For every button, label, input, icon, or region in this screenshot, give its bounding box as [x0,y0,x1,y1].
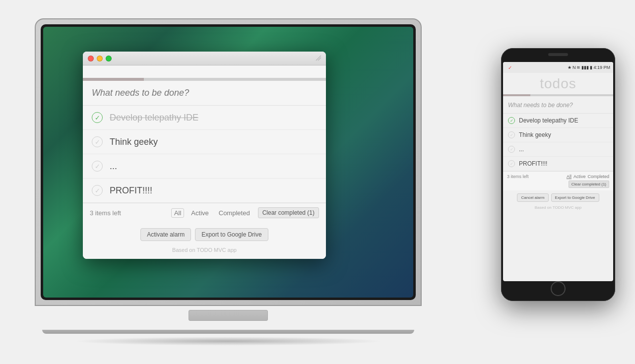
laptop-action-buttons: Activate alarm Export to Google Drive [83,222,326,245]
laptop-todo-text-1: Develop telepathy IDE [110,113,198,123]
phone-filter-all[interactable]: All [567,174,572,179]
laptop-alarm-button[interactable]: Activate alarm [140,228,191,241]
phone-items-left: 3 items left [507,174,529,179]
phone-status-battery: ▮ [590,65,592,70]
laptop-todo-text-4: PROFIT!!!! [110,185,152,196]
phone-status-check: ✓ [508,65,512,70]
phone-todo-item-1: ✓ Develop telepathy IDE [503,114,613,128]
laptop-filter-completed[interactable]: Completed [216,208,253,218]
laptop-check-2[interactable]: ✓ [92,136,103,147]
phone-export-button[interactable]: Export to Google Drive [551,193,599,202]
laptop-filters: All Active Completed [171,208,253,218]
laptop-todo-input[interactable] [92,88,317,98]
laptop-check-3[interactable]: ✓ [92,161,103,172]
resize-icon [315,55,322,61]
laptop-todo-item-4: ✓ PROFIT!!!! [83,179,326,203]
laptop-trackpad [189,310,268,321]
mac-titlebar [83,52,326,65]
laptop-items-left: 3 items left [90,209,166,217]
laptop-todo-item-2: ✓ Think geeky [83,130,326,154]
phone-app-title: todos [503,73,613,94]
laptop-shadow [73,337,383,346]
phone-credit: Based on TODO MVC app [503,204,613,211]
phone-footer: 3 items left All Active Completed Clear … [503,171,613,190]
scene: ✓ Develop telepathy IDE ✓ Think geeky ✓ … [20,8,615,356]
laptop-bezel: ✓ Develop telepathy IDE ✓ Think geeky ✓ … [41,24,416,300]
phone-status-bluetooth: ★ [568,65,572,70]
laptop-clear-completed[interactable]: Clear completed (1) [258,207,319,218]
minimize-button[interactable] [97,56,103,61]
laptop-credit: Based on TODO MVC app [83,245,326,259]
mac-window-content: ✓ Develop telepathy IDE ✓ Think geeky ✓ … [83,65,326,259]
phone-todo-text-4: PROFIT!!!! [519,160,547,167]
laptop-todo-item-1: ✓ Develop telepathy IDE [83,106,326,130]
phone-status-icons: ★ N ≋ ▮▮▮ ▮ 4:19 PM [568,65,610,70]
phone-alarm-button[interactable]: Cancel alarm [517,193,548,202]
phone-todo-item-4: ✓ PROFIT!!!! [503,157,613,171]
phone-clear-completed[interactable]: Clear completed (1) [569,181,609,188]
phone-home-button[interactable] [551,281,566,296]
phone-todo-text-2: Think geeky [519,131,551,138]
laptop-filter-all[interactable]: All [171,208,184,218]
close-button[interactable] [88,56,94,61]
laptop-body: ✓ Develop telepathy IDE ✓ Think geeky ✓ … [35,18,422,306]
phone-input-placeholder: What needs to be done? [508,102,573,109]
phone-footer-row1: 3 items left All Active Completed [507,174,609,179]
mac-window: ✓ Develop telepathy IDE ✓ Think geeky ✓ … [83,52,326,259]
laptop-todo-text-2: Think geeky [110,137,158,147]
phone-filters: All Active Completed [567,174,609,179]
phone-input-area[interactable]: What needs to be done? [503,96,613,114]
laptop-export-button[interactable]: Export to Google Drive [195,228,268,241]
phone-check-3[interactable]: ✓ [508,146,515,153]
laptop-base [35,306,422,346]
phone-status-time: 4:19 PM [593,65,610,70]
laptop-input-area[interactable] [83,81,326,106]
phone-status-wifi: ≋ [576,65,580,70]
phone-todo-list: ✓ Develop telepathy IDE ✓ Think geeky ✓ … [503,114,613,171]
laptop-app-title [83,65,326,78]
laptop-todo-text-3: ... [110,161,117,172]
laptop-check-4[interactable]: ✓ [92,185,103,196]
laptop-feet [42,330,414,334]
laptop-screen: ✓ Develop telepathy IDE ✓ Think geeky ✓ … [43,27,413,298]
laptop-todo-item-3: ✓ ... [83,154,326,179]
laptop-filter-active[interactable]: Active [188,208,211,218]
phone-todo-item-2: ✓ Think geeky [503,128,613,142]
phone-status-nfc: N [572,65,576,70]
phone: ✓ ★ N ≋ ▮▮▮ ▮ 4:19 PM todos What needs t… [501,48,615,301]
phone-filter-active[interactable]: Active [573,174,586,179]
maximize-button[interactable] [106,56,112,61]
laptop: ✓ Develop telepathy IDE ✓ Think geeky ✓ … [35,18,422,346]
phone-speaker [548,53,568,56]
phone-check-1[interactable]: ✓ [508,117,515,124]
laptop-todo-list: ✓ Develop telepathy IDE ✓ Think geeky ✓ … [83,106,326,203]
phone-todo-item-3: ✓ ... [503,142,613,157]
laptop-check-1[interactable]: ✓ [92,112,103,123]
phone-todo-text-3: ... [519,146,524,153]
phone-filter-completed[interactable]: Completed [587,174,609,179]
phone-check-2[interactable]: ✓ [508,131,515,138]
phone-check-4[interactable]: ✓ [508,160,515,167]
phone-status-signal: ▮▮▮ [581,65,589,70]
phone-action-buttons: Cancel alarm Export to Google Drive [503,190,613,204]
laptop-footer: 3 items left All Active Completed Clear … [83,203,326,222]
phone-todo-text-1: Develop telepathy IDE [519,117,578,124]
phone-screen: ✓ ★ N ≋ ▮▮▮ ▮ 4:19 PM todos What needs t… [503,62,613,281]
phone-statusbar: ✓ ★ N ≋ ▮▮▮ ▮ 4:19 PM [503,62,613,73]
